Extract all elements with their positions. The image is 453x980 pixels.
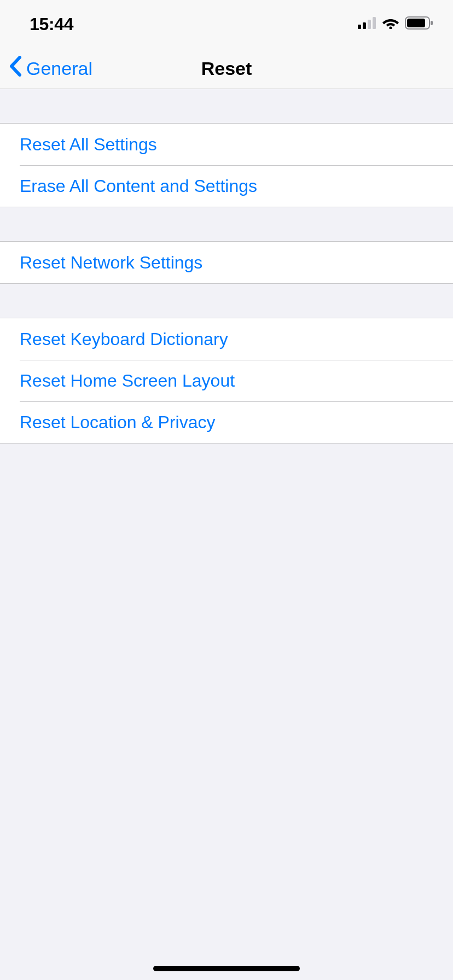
svg-rect-0 <box>358 25 361 29</box>
battery-icon <box>405 16 433 32</box>
row-label: Erase All Content and Settings <box>20 176 257 196</box>
svg-rect-1 <box>363 22 366 29</box>
svg-rect-3 <box>373 17 376 29</box>
group-spacer <box>0 284 453 318</box>
status-bar: 15:44 <box>0 0 453 48</box>
chevron-left-icon <box>9 56 22 81</box>
reset-location-privacy[interactable]: Reset Location & Privacy <box>0 401 453 443</box>
group-spacer <box>0 89 453 123</box>
group-2: Reset Network Settings <box>0 241 453 284</box>
reset-keyboard-dictionary[interactable]: Reset Keyboard Dictionary <box>0 318 453 360</box>
row-label: Reset Network Settings <box>20 253 202 273</box>
navigation-bar: General Reset <box>0 48 453 89</box>
wifi-icon <box>382 17 399 31</box>
svg-rect-6 <box>407 19 425 27</box>
svg-point-4 <box>389 26 392 29</box>
status-icons <box>358 16 433 32</box>
reset-home-screen-layout[interactable]: Reset Home Screen Layout <box>0 360 453 401</box>
cellular-signal-icon <box>358 17 376 31</box>
content: Reset All Settings Erase All Content and… <box>0 89 453 444</box>
back-button[interactable]: General <box>0 56 92 81</box>
home-indicator <box>153 966 300 971</box>
svg-rect-2 <box>368 20 371 29</box>
reset-all-settings[interactable]: Reset All Settings <box>0 124 453 165</box>
row-label: Reset All Settings <box>20 135 157 155</box>
row-label: Reset Keyboard Dictionary <box>20 329 228 349</box>
status-time: 15:44 <box>30 14 73 34</box>
row-label: Reset Location & Privacy <box>20 412 216 433</box>
svg-rect-7 <box>431 21 433 25</box>
back-label: General <box>26 58 92 79</box>
group-spacer <box>0 207 453 241</box>
group-3: Reset Keyboard Dictionary Reset Home Scr… <box>0 318 453 444</box>
reset-network-settings[interactable]: Reset Network Settings <box>0 242 453 283</box>
group-1: Reset All Settings Erase All Content and… <box>0 123 453 207</box>
row-label: Reset Home Screen Layout <box>20 371 235 391</box>
erase-all-content-settings[interactable]: Erase All Content and Settings <box>0 165 453 207</box>
